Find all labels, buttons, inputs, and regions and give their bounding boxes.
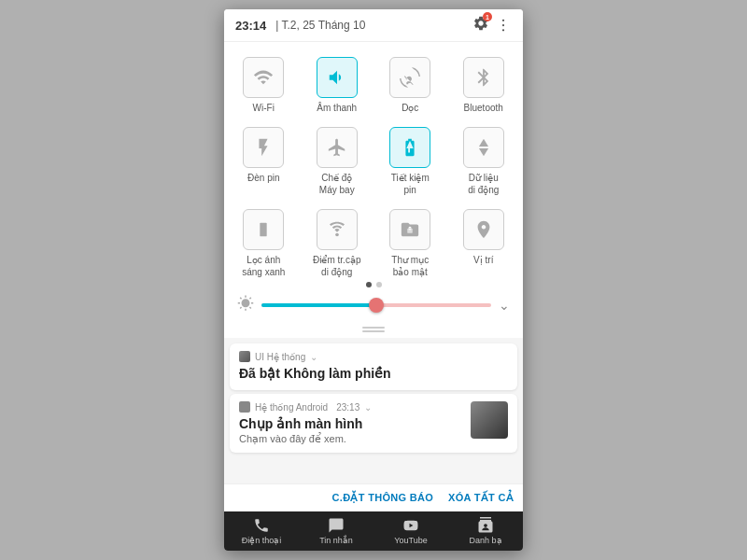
svg-point-4	[335, 233, 339, 237]
phone-container: 23:14 | T.2, 25 Tháng 10 1	[224, 9, 523, 551]
quick-settings: Wi-Fi Âm thanh Dọc	[224, 42, 523, 338]
clear-all-button[interactable]: XÓA TẤT CẢ	[448, 492, 514, 504]
svg-point-2	[502, 29, 504, 31]
drag-handle	[228, 327, 519, 332]
brightness-fill	[261, 303, 376, 307]
notif-1-chevron: ⌄	[310, 352, 317, 362]
nav-contacts[interactable]: Danh bạ	[448, 511, 523, 551]
notif-1-title: Đã bật Không làm phiền	[239, 366, 508, 381]
qs-battery-icon-wrap	[389, 127, 430, 168]
qs-flashlight[interactable]: Đèn pin	[228, 119, 300, 202]
nav-youtube[interactable]: YouTube	[374, 511, 448, 551]
settings-icon-wrap[interactable]: 1	[472, 15, 489, 35]
status-time: 23:14	[235, 19, 266, 33]
bluetooth-icon	[473, 67, 494, 88]
wifi-icon	[253, 67, 274, 88]
phone-icon	[253, 517, 270, 534]
qs-sound-icon-wrap	[317, 57, 358, 98]
action-bar: C.ĐẶT THÔNG BÁO XÓA TẤT CẢ	[224, 483, 523, 511]
secure-folder-icon	[400, 219, 420, 240]
qs-data-icon-wrap	[463, 127, 504, 168]
nav-phone-label: Điện thoại	[242, 536, 282, 545]
contacts-icon	[477, 517, 494, 534]
qs-sound[interactable]: Âm thanh	[302, 49, 374, 119]
nav-phone[interactable]: Điện thoại	[224, 511, 299, 551]
bluelight-icon	[253, 219, 274, 240]
notif-2-thumbnail	[471, 401, 508, 439]
qs-airplane-label: Chế độ Máy bay	[319, 172, 355, 196]
svg-point-0	[502, 20, 504, 21]
notif-2-header: Hệ thống Android 23:13 ⌄	[239, 401, 463, 413]
notification-1[interactable]: UI Hệ thống ⌄ Đã bật Không làm phiền	[230, 343, 517, 390]
nav-contacts-label: Danh bạ	[469, 536, 501, 545]
notif-2-chevron: ⌄	[364, 402, 372, 413]
qs-wifi-icon-wrap	[243, 57, 284, 98]
qs-secure-folder[interactable]: Thư mục bảo mật	[374, 202, 446, 284]
qs-row-3: Lọc ánh sáng xanh Điểm tr.cập di động	[228, 202, 519, 284]
qs-blue-light[interactable]: Lọc ánh sáng xanh	[228, 202, 300, 284]
dot-2	[376, 282, 382, 287]
qs-folder-icon-wrap	[389, 209, 430, 250]
more-options-icon[interactable]	[495, 17, 512, 34]
settings-notifications-button[interactable]: C.ĐẶT THÔNG BÁO	[332, 492, 433, 504]
notif-1-app: UI Hệ thống	[255, 352, 305, 362]
notif-2-content: Hệ thống Android 23:13 ⌄ Chụp ảnh màn hì…	[239, 401, 463, 445]
qs-bluetooth-icon-wrap	[463, 57, 504, 98]
qs-battery-save[interactable]: Tiết kiệm pin	[374, 119, 446, 202]
qs-airplane[interactable]: Chế độ Máy bay	[302, 119, 374, 202]
hotspot-icon	[327, 219, 347, 240]
status-bar: 23:14 | T.2, 25 Tháng 10 1	[224, 9, 523, 42]
dot-1	[366, 282, 372, 287]
qs-wifi-label: Wi-Fi	[253, 102, 275, 114]
airplane-icon	[327, 137, 347, 158]
qs-flashlight-icon-wrap	[243, 127, 284, 168]
nav-youtube-label: YouTube	[394, 536, 427, 545]
qs-row-2: Đèn pin Chế độ Máy bay Tiết kiệm pin	[228, 119, 519, 202]
qs-hotspot-label: Điểm tr.cập di động	[313, 254, 360, 278]
svg-rect-3	[261, 223, 267, 237]
brightness-thumb	[369, 298, 384, 313]
nav-messages[interactable]: Tin nhắn	[299, 511, 374, 551]
qs-folder-label: Thư mục bảo mật	[391, 254, 429, 278]
notif-2-body: Chạm vào đây để xem.	[239, 433, 463, 445]
notif-2-app-icon	[239, 401, 250, 413]
qs-bluelight-label: Lọc ánh sáng xanh	[242, 254, 285, 278]
brightness-row: ⌄	[228, 287, 519, 323]
bottom-nav: Điện thoại Tin nhắn YouTube Danh bạ	[224, 511, 523, 551]
qs-bluetooth-label: Bluetooth	[464, 102, 503, 114]
notification-area: UI Hệ thống ⌄ Đã bật Không làm phiền Hệ …	[224, 338, 523, 483]
status-date: | T.2, 25 Tháng 10	[275, 19, 365, 32]
sound-icon	[327, 67, 347, 88]
qs-bluetooth[interactable]: Bluetooth	[448, 49, 520, 119]
qs-rotate-label: Dọc	[402, 102, 418, 114]
qs-location-label: Vị trí	[473, 254, 493, 266]
rotate-icon	[400, 67, 420, 88]
youtube-icon	[402, 517, 419, 534]
qs-sound-label: Âm thanh	[317, 102, 357, 114]
brightness-slider[interactable]	[261, 303, 491, 307]
qs-wifi[interactable]: Wi-Fi	[228, 49, 300, 119]
qs-flashlight-label: Đèn pin	[247, 172, 279, 184]
brightness-expand-icon[interactable]: ⌄	[499, 298, 510, 313]
svg-point-1	[502, 24, 504, 26]
qs-hotspot[interactable]: Điểm tr.cập di động	[302, 202, 374, 284]
qs-hotspot-icon-wrap	[317, 209, 358, 250]
notification-2[interactable]: Hệ thống Android 23:13 ⌄ Chụp ảnh màn hì…	[230, 394, 517, 453]
qs-airplane-icon-wrap	[317, 127, 358, 168]
notification-dot: 1	[483, 12, 492, 21]
qs-row-1: Wi-Fi Âm thanh Dọc	[228, 49, 519, 119]
status-icons: 1	[472, 15, 512, 35]
mobile-data-icon	[473, 137, 494, 158]
qs-battery-label: Tiết kiệm pin	[391, 172, 430, 196]
notif-2-title: Chụp ảnh màn hình	[239, 416, 463, 431]
notif-1-app-icon	[239, 351, 250, 362]
qs-location[interactable]: Vị trí	[448, 202, 520, 284]
qs-mobile-data-label: Dữ liệu di động	[468, 172, 499, 196]
location-icon	[473, 219, 494, 240]
qs-rotate[interactable]: Dọc	[374, 49, 446, 119]
nav-messages-label: Tin nhắn	[319, 536, 353, 545]
qs-mobile-data[interactable]: Dữ liệu di động	[448, 119, 520, 202]
brightness-icon	[237, 295, 254, 315]
notif-2-time: 23:13	[336, 402, 359, 413]
qs-bluelight-icon-wrap	[243, 209, 284, 250]
